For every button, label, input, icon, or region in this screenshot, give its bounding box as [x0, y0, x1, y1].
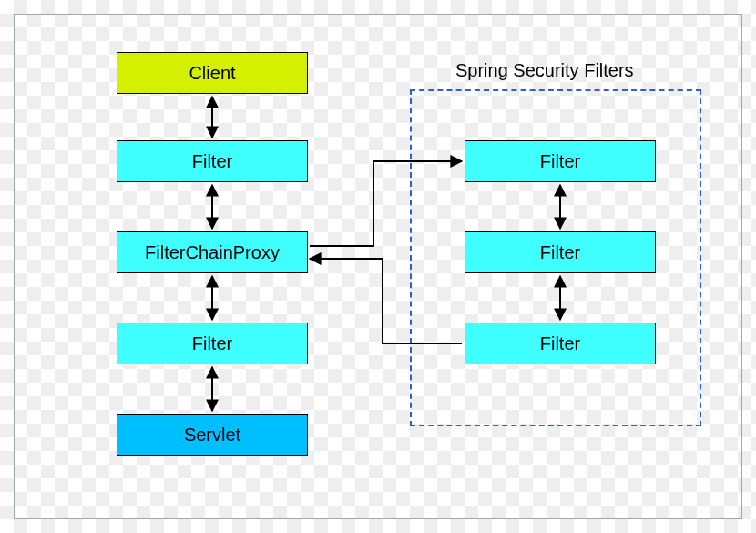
filter-bottom-box: Filter: [117, 323, 308, 364]
security-filters-title: Spring Security Filters: [455, 60, 634, 81]
filter-top-box: Filter: [117, 140, 308, 182]
client-box: Client: [117, 52, 308, 94]
security-filter-3: Filter: [465, 323, 656, 364]
security-filter-1: Filter: [465, 140, 656, 182]
filterchainproxy-box: FilterChainProxy: [117, 231, 308, 273]
diagram-canvas: Client Filter FilterChainProxy Filter Se…: [0, 0, 756, 533]
servlet-box: Servlet: [117, 414, 308, 456]
security-filter-2: Filter: [465, 231, 656, 273]
